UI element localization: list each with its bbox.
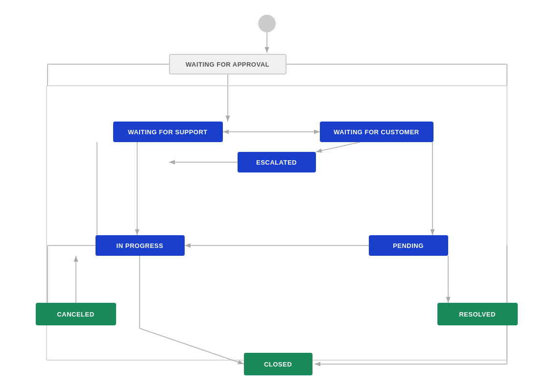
start-node — [258, 15, 276, 32]
canceled-node: CANCELED — [36, 303, 116, 325]
pending-node: PENDING — [369, 235, 448, 256]
escalated-node: ESCALATED — [238, 152, 316, 172]
svg-line-10 — [316, 142, 360, 152]
closed-node: CLOSED — [244, 353, 313, 375]
waiting-for-support-node: WAITING FOR SUPPORT — [113, 122, 223, 142]
waiting-for-approval-node: WAITING FOR APPROVAL — [169, 54, 287, 74]
workflow-diagram: WAITING FOR APPROVAL WAITING FOR SUPPORT… — [17, 10, 536, 382]
in-progress-node: IN PROGRESS — [96, 235, 185, 256]
waiting-for-customer-node: WAITING FOR CUSTOMER — [320, 122, 433, 142]
resolved-node: RESOLVED — [437, 303, 518, 325]
svg-line-24 — [140, 328, 244, 364]
